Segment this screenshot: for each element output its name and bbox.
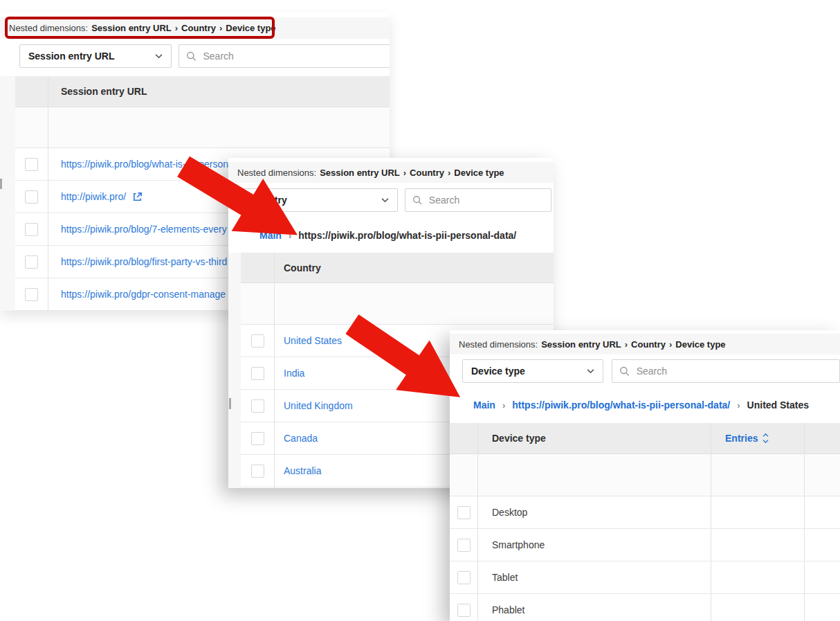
dim-separator: ›	[669, 339, 672, 350]
nested-dimensions-label: Nested dimensions:	[459, 339, 538, 350]
dim-separator: ›	[448, 168, 450, 178]
row-checkbox[interactable]	[457, 539, 471, 552]
summary-row	[450, 454, 840, 496]
country-link[interactable]: India	[284, 368, 304, 379]
entries-cell	[711, 594, 804, 621]
table-gutter	[0, 76, 16, 311]
entry-url-link[interactable]: http://piwik.pro/	[61, 191, 126, 202]
dim-session-entry-url: Session entry URL	[320, 168, 400, 178]
header-checkbox-cell	[241, 253, 275, 282]
external-link-icon[interactable]	[132, 192, 143, 202]
column-header-country: Country	[275, 253, 554, 282]
country-link[interactable]: Canada	[284, 433, 318, 444]
table-header-row: Device type Entries	[450, 423, 840, 454]
breadcrumb-separator: ›	[502, 400, 505, 411]
row-checkbox[interactable]	[251, 399, 264, 413]
chevron-down-icon	[587, 369, 594, 374]
entries-cell	[711, 496, 804, 528]
dimension-dropdown-value: Device type	[471, 366, 525, 377]
entry-url-link[interactable]: https://piwik.pro/blog/first-party-vs-th…	[61, 256, 227, 267]
chevron-down-icon	[155, 54, 163, 59]
table-row[interactable]: Phablet	[450, 594, 840, 621]
row-checkbox[interactable]	[25, 223, 38, 236]
breadcrumb-main[interactable]: Main	[473, 399, 495, 411]
row-checkbox[interactable]	[25, 158, 38, 171]
search-box	[179, 44, 390, 68]
scrollbar-thumb[interactable]	[0, 179, 2, 189]
table-row[interactable]: Smartphone	[450, 529, 840, 561]
scrollbar-thumb[interactable]	[229, 398, 231, 409]
row-checkbox[interactable]	[251, 334, 264, 348]
search-box	[612, 359, 840, 383]
entry-url-link[interactable]: https://piwik.pro/gdpr-consent-manage	[61, 289, 226, 300]
panel-device-type: Nested dimensions: Session entry URL › C…	[450, 330, 840, 621]
search-box	[405, 188, 551, 212]
nested-dimensions-bar: Nested dimensions: Session entry URL › C…	[450, 334, 840, 354]
nested-dimensions-bar: Nested dimensions: Session entry URL › C…	[228, 162, 554, 183]
breadcrumb-current-country: United States	[747, 399, 809, 411]
table-gutter	[228, 253, 241, 488]
breadcrumb-url-link[interactable]: https://piwik.pro/blog/what-is-pii-perso…	[512, 399, 730, 411]
nested-dimensions-label: Nested dimensions:	[237, 168, 316, 178]
entries-cell	[711, 529, 804, 561]
row-checkbox[interactable]	[457, 506, 471, 519]
row-checkbox[interactable]	[457, 604, 471, 617]
table-row[interactable]: Tablet	[450, 561, 840, 594]
table-header-row: Country	[241, 253, 554, 283]
entries-cell	[711, 561, 804, 593]
breadcrumb: Main › https://piwik.pro/blog/what-is-pi…	[259, 220, 516, 251]
dim-country: Country	[631, 339, 666, 350]
breadcrumb-main[interactable]: Main	[259, 230, 282, 241]
country-link[interactable]: Australia	[284, 465, 321, 476]
dim-separator: ›	[625, 339, 628, 350]
row-checkbox[interactable]	[251, 367, 264, 380]
dimension-dropdown[interactable]: Country	[241, 188, 398, 212]
country-link[interactable]: United Kingdom	[284, 400, 353, 411]
breadcrumb-separator: ›	[289, 231, 291, 241]
breadcrumb-current-url: https://piwik.pro/blog/what-is-pii-perso…	[298, 230, 516, 241]
entry-url-link[interactable]: https://piwik.pro/blog/7-elements-every	[61, 224, 227, 235]
device-type-label: Smartphone	[492, 539, 545, 550]
row-checkbox[interactable]	[25, 288, 38, 301]
dim-country: Country	[410, 168, 444, 178]
search-input[interactable]	[635, 365, 832, 377]
dimension-dropdown[interactable]: Device type	[462, 359, 603, 383]
dim-session-entry-url: Session entry URL	[541, 339, 621, 350]
device-type-label: Tablet	[492, 572, 518, 583]
dim-device-type: Device type	[675, 339, 725, 350]
breadcrumb-separator: ›	[737, 400, 740, 411]
header-checkbox-cell	[15, 76, 48, 107]
row-checkbox[interactable]	[25, 255, 38, 269]
row-checkbox[interactable]	[251, 465, 264, 478]
search-icon	[186, 51, 197, 62]
device-type-label: Desktop	[492, 507, 527, 518]
red-highlight-box	[5, 17, 275, 39]
search-icon	[619, 366, 630, 377]
dimension-dropdown[interactable]: Session entry URL	[19, 44, 172, 68]
row-checkbox[interactable]	[25, 190, 38, 204]
summary-row	[15, 107, 390, 148]
search-input[interactable]	[428, 194, 544, 206]
column-header-clipped	[804, 423, 840, 453]
chevron-down-icon	[381, 198, 389, 203]
search-icon	[412, 195, 422, 206]
dim-device-type: Device type	[454, 168, 504, 178]
sort-icon[interactable]	[763, 433, 769, 443]
breadcrumb: Main › https://piwik.pro/blog/what-is-pi…	[473, 391, 809, 419]
search-input[interactable]	[202, 50, 383, 62]
dim-separator: ›	[403, 168, 406, 178]
header-checkbox-cell	[450, 423, 478, 453]
column-header-entries[interactable]: Entries	[711, 423, 804, 453]
country-link[interactable]: United States	[284, 335, 342, 346]
row-checkbox[interactable]	[457, 571, 471, 584]
dimension-dropdown-value: Country	[250, 195, 287, 206]
table-row[interactable]: Desktop	[450, 496, 840, 529]
table-header-row: Session entry URL	[15, 76, 390, 107]
device-type-label: Phablet	[492, 604, 524, 615]
column-header-device-type: Device type	[478, 423, 711, 453]
summary-row	[241, 283, 554, 325]
row-checkbox[interactable]	[251, 432, 264, 445]
column-header-session-entry-url: Session entry URL	[48, 76, 390, 107]
dimension-dropdown-value: Session entry URL	[28, 51, 114, 62]
